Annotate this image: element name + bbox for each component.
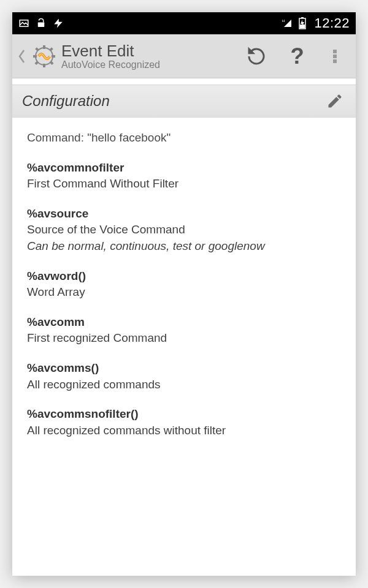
svg-text:?: ? [291, 46, 304, 67]
section-title: Configuration [22, 92, 324, 110]
help-button[interactable]: ? [285, 45, 307, 67]
variable-block: %avcommnofilter First Command Without Fi… [27, 160, 341, 192]
edit-button[interactable] [324, 90, 346, 112]
app-bar: Event Edit AutoVoice Recognized ? [12, 34, 356, 78]
svg-rect-11 [43, 64, 45, 67]
svg-rect-21 [333, 55, 337, 58]
variable-description: All recognized commands without filter [27, 423, 341, 439]
variable-description: Source of the Voice Command [27, 222, 341, 238]
back-button[interactable] [15, 44, 28, 69]
svg-text:H: H [282, 19, 285, 23]
variable-name: %avcommsnofilter() [27, 406, 341, 423]
variable-block: %avcomms() All recognized commands [27, 360, 341, 393]
battery-icon [298, 17, 307, 29]
variable-description: All recognized commands [27, 377, 341, 393]
overflow-menu-button[interactable] [324, 45, 346, 67]
svg-rect-20 [333, 50, 337, 53]
svg-rect-22 [333, 59, 337, 63]
variable-name: %avcomm [27, 314, 341, 331]
variable-name: %avsource [27, 206, 341, 222]
variable-block: %avcommsnofilter() All recognized comman… [27, 406, 341, 439]
svg-marker-4 [284, 20, 291, 27]
configuration-section-header: Configuration [12, 85, 356, 118]
svg-rect-12 [33, 55, 37, 58]
variable-block: %avcomm First recognized Command [27, 314, 341, 347]
svg-rect-13 [52, 55, 55, 58]
variable-description: First Command Without Filter [27, 176, 341, 192]
variable-description: Word Array [27, 284, 341, 301]
variable-description: First recognized Command [27, 330, 341, 347]
app-bar-subtitle: AutoVoice Recognized [61, 59, 242, 70]
picture-icon [18, 18, 29, 29]
command-line: Command: "hello facebook" [27, 130, 341, 146]
svg-rect-10 [43, 45, 45, 49]
refresh-button[interactable] [245, 45, 267, 67]
variable-block: %avsource Source of the Voice Command Ca… [27, 206, 341, 255]
lightning-icon [53, 18, 64, 29]
status-bar: H 12:22 [12, 12, 356, 34]
svg-marker-2 [54, 19, 63, 28]
signal-icon: H [282, 18, 293, 29]
svg-rect-1 [38, 23, 45, 28]
variable-name: %avword() [27, 268, 341, 285]
variable-name: %avcommnofilter [27, 160, 341, 176]
variable-block: %avword() Word Array [27, 268, 341, 301]
clock: 12:22 [314, 15, 350, 31]
configuration-content: Command: "hello facebook" %avcommnofilte… [12, 118, 356, 576]
svg-rect-6 [301, 17, 304, 18]
app-bar-title: Event Edit [61, 42, 242, 61]
tasker-app-icon[interactable] [32, 44, 56, 69]
unlock-icon [36, 18, 47, 29]
variable-name: %avcomms() [27, 360, 341, 377]
variable-note: Can be normal, continuous, test or googl… [27, 238, 341, 255]
